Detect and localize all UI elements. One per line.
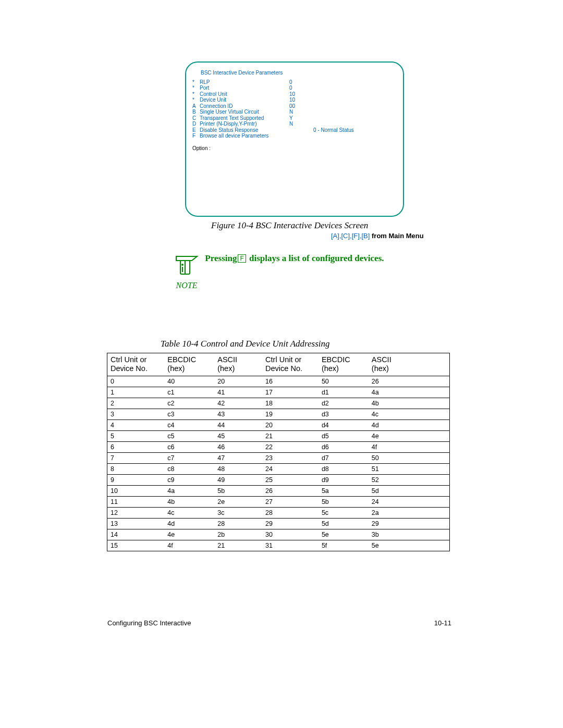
- table-cell: d4: [319, 419, 369, 430]
- table-cell: d6: [319, 441, 369, 452]
- table-row: 134d28295d29: [107, 518, 450, 529]
- table-cell: 28: [214, 518, 262, 529]
- screen-title: BSC Interactive Device Parameters: [186, 70, 403, 79]
- table-row: 1c14117d14a: [107, 387, 450, 398]
- param-row: EDisable Status Response0 - Normal Statu…: [192, 127, 403, 133]
- table-cell: c1: [164, 387, 214, 398]
- table-head: Ctrl Unit orDevice No. EBCDIC(hex) ASCII…: [107, 353, 450, 376]
- footer-right: 10-11: [434, 619, 451, 627]
- param-row: BSingle User Virtual CircuitN: [192, 109, 403, 115]
- table-header-row: Ctrl Unit orDevice No. EBCDIC(hex) ASCII…: [107, 353, 450, 376]
- param-name: Device Unit: [200, 97, 289, 103]
- breadcrumb: [A],[C],[F],[B] from Main Menu: [331, 232, 424, 240]
- param-key: F: [192, 133, 200, 139]
- page: BSC Interactive Device Parameters *RLP0*…: [0, 0, 563, 728]
- table-cell: 12: [107, 507, 165, 518]
- param-extra: [310, 85, 313, 91]
- table-cell: 4b: [369, 398, 450, 409]
- table-cell: 3b: [369, 529, 450, 540]
- table-cell: 5d: [369, 485, 450, 496]
- param-row: FBrowse all device Parameters: [192, 133, 403, 139]
- table-cell: 4e: [369, 430, 450, 441]
- param-name: Connection ID: [200, 103, 289, 109]
- note-text: PressingF displays a list of configured …: [205, 251, 384, 264]
- param-value: 10: [289, 91, 310, 97]
- figure-caption: Figure 10-4 BSC Interactive Devices Scre…: [211, 220, 368, 231]
- table-cell: 2b: [214, 529, 262, 540]
- table-cell: 4d: [369, 419, 450, 430]
- table-cell: 3c: [214, 507, 262, 518]
- breadcrumb-tail: from Main Menu: [370, 232, 423, 240]
- table-cell: 1: [107, 387, 165, 398]
- param-row: *Port0: [192, 85, 403, 91]
- svg-point-2: [181, 264, 183, 266]
- table-cell: 3: [107, 409, 165, 419]
- table-cell: 16: [262, 376, 319, 387]
- param-row: AConnection ID00: [192, 103, 403, 109]
- param-value: [289, 133, 310, 139]
- table-row: 124c3c285c2a: [107, 507, 450, 518]
- param-extra: [310, 115, 313, 121]
- table-cell: 5: [107, 430, 165, 441]
- table-cell: 4a: [164, 485, 214, 496]
- table-cell: 50: [369, 452, 450, 463]
- table-cell: d9: [319, 474, 369, 485]
- param-value: N: [289, 109, 310, 115]
- th-1: EBCDIC(hex): [164, 353, 214, 376]
- note-block: NOTE PressingF displays a list of config…: [173, 251, 384, 290]
- param-value: 10: [289, 97, 310, 103]
- table-cell: 31: [262, 540, 319, 551]
- table-cell: 9: [107, 474, 165, 485]
- param-key: *: [192, 91, 200, 97]
- param-row: *Control Unit10: [192, 91, 403, 97]
- table-cell: c7: [164, 452, 214, 463]
- param-extra: [310, 79, 313, 85]
- table-cell: 2a: [369, 507, 450, 518]
- table-cell: 20: [262, 419, 319, 430]
- table-cell: 23: [262, 452, 319, 463]
- table-cell: 46: [214, 441, 262, 452]
- table-cell: 22: [262, 441, 319, 452]
- table-row: 9c94925d952: [107, 474, 450, 485]
- note-icon: NOTE: [173, 251, 200, 290]
- table-cell: 45: [214, 430, 262, 441]
- param-value: 00: [289, 103, 310, 109]
- table-cell: 18: [262, 398, 319, 409]
- table-cell: 4e: [164, 529, 214, 540]
- table-row: 6c64622d64f: [107, 441, 450, 452]
- table-cell: 5e: [319, 529, 369, 540]
- table-cell: 5b: [319, 496, 369, 507]
- table-row: 104a5b265a5d: [107, 485, 450, 496]
- table-cell: 11: [107, 496, 165, 507]
- table-cell: 4d: [164, 518, 214, 529]
- table-cell: 4b: [164, 496, 214, 507]
- table-cell: 4c: [369, 409, 450, 419]
- table-cell: 5a: [319, 485, 369, 496]
- param-key: *: [192, 79, 200, 85]
- param-row: *RLP0: [192, 79, 403, 85]
- table-row: 4c44420d44d: [107, 419, 450, 430]
- table-cell: 40: [164, 376, 214, 387]
- param-key: C: [192, 115, 200, 121]
- footer-left: Configuring BSC Interactive: [107, 619, 191, 627]
- table-cell: 10: [107, 485, 165, 496]
- param-name: Transparent Text Supported: [200, 115, 289, 121]
- param-name: Port: [200, 85, 289, 91]
- table-row: 2c24218d24b: [107, 398, 450, 409]
- table-cell: d5: [319, 430, 369, 441]
- table-row: 8c84824d851: [107, 463, 450, 474]
- table-cell: 7: [107, 452, 165, 463]
- table-cell: 13: [107, 518, 165, 529]
- param-value: Y: [289, 115, 310, 121]
- param-row: DPrinter (N-Disply,Y-Prntr)N: [192, 121, 403, 127]
- param-value: [289, 127, 310, 133]
- table-cell: 21: [214, 540, 262, 551]
- table-cell: 28: [262, 507, 319, 518]
- table-cell: 5d: [319, 518, 369, 529]
- table-cell: 24: [369, 496, 450, 507]
- table-cell: 27: [262, 496, 319, 507]
- table-cell: 4a: [369, 387, 450, 398]
- param-extra: [310, 103, 313, 109]
- note-post: displays a list of configured devices.: [247, 253, 384, 263]
- param-name: Control Unit: [200, 91, 289, 97]
